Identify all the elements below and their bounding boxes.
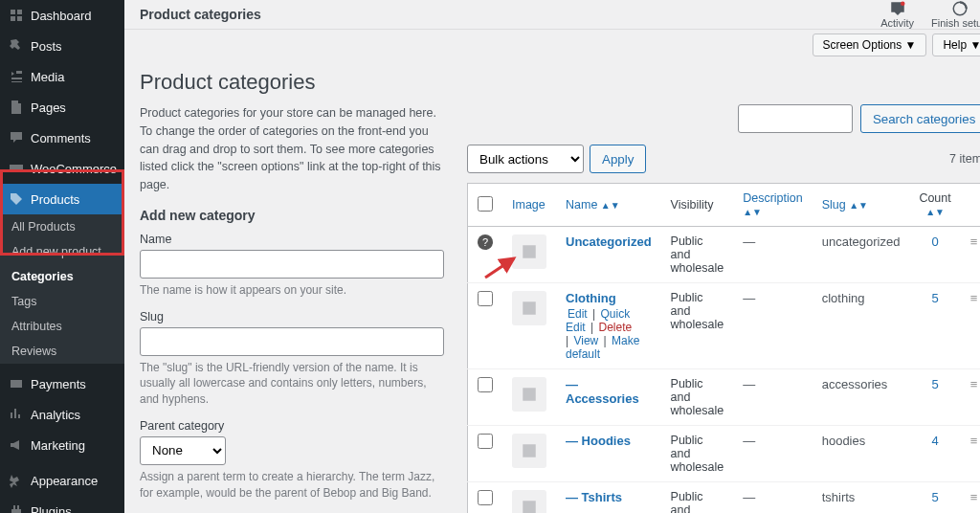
svg-point-6 bbox=[525, 304, 528, 307]
submenu-attributes[interactable]: Attributes bbox=[0, 314, 124, 339]
drag-handle[interactable]: ≡ bbox=[961, 283, 980, 369]
sidebar-item-label: Comments bbox=[31, 131, 91, 145]
thumbnail-placeholder bbox=[512, 234, 546, 269]
page-title: Product categories bbox=[140, 70, 980, 95]
category-name[interactable]: — Tshirts bbox=[566, 490, 622, 504]
image-icon bbox=[521, 499, 538, 513]
drag-handle[interactable]: ≡ bbox=[961, 426, 980, 482]
description-cell: — bbox=[733, 369, 813, 426]
slug-input[interactable] bbox=[140, 327, 444, 356]
media-icon bbox=[8, 69, 25, 84]
progress-icon bbox=[951, 0, 969, 17]
sidebar-item-posts[interactable]: Posts bbox=[0, 31, 124, 61]
svg-point-5 bbox=[525, 248, 528, 251]
table-column: Search categories Bulk actions Apply 7 i… bbox=[467, 104, 980, 513]
drag-handle[interactable]: ≡ bbox=[961, 227, 980, 283]
drag-handle[interactable]: ≡ bbox=[961, 482, 980, 514]
count-link[interactable]: 0 bbox=[931, 234, 938, 249]
col-description[interactable]: Description ▲▼ bbox=[733, 184, 813, 227]
col-count[interactable]: Count ▲▼ bbox=[909, 184, 960, 227]
category-name[interactable]: Clothing bbox=[566, 291, 616, 305]
help-icon[interactable]: ? bbox=[478, 234, 493, 250]
parent-label: Parent category bbox=[140, 419, 444, 433]
select-all-checkbox[interactable] bbox=[478, 196, 493, 212]
table-row: — AccessoriesPublic and wholesale—access… bbox=[468, 369, 981, 426]
sidebar-item-comments[interactable]: Comments bbox=[0, 123, 124, 153]
sidebar-item-plugins[interactable]: Plugins bbox=[0, 496, 124, 513]
sidebar-item-payments[interactable]: Payments bbox=[0, 368, 124, 399]
table-row: — HoodiesPublic and wholesale—hoodies4≡ bbox=[468, 426, 981, 482]
sidebar-item-dashboard[interactable]: Dashboard bbox=[0, 0, 124, 31]
table-row: ClothingEdit | Quick Edit | Delete| View… bbox=[468, 283, 981, 369]
row-checkbox[interactable] bbox=[478, 291, 493, 306]
table-row: ?UncategorizedPublic and wholesale—uncat… bbox=[468, 227, 981, 283]
col-visibility: Visibility bbox=[661, 184, 734, 227]
sidebar-item-label: Payments bbox=[31, 377, 86, 391]
product-icon bbox=[8, 191, 25, 207]
form-column: Product categories for your store can be… bbox=[140, 104, 444, 513]
col-slug[interactable]: Slug ▲▼ bbox=[813, 184, 910, 227]
name-label: Name bbox=[140, 233, 444, 246]
slug-cell: hoodies bbox=[813, 426, 910, 482]
sidebar-item-woocommerce[interactable]: WooCommerce bbox=[0, 153, 124, 184]
category-name[interactable]: — Hoodies bbox=[566, 434, 631, 448]
category-name[interactable]: Uncategorized bbox=[566, 234, 652, 249]
parent-hint: Assign a parent term to create a hierarc… bbox=[140, 469, 444, 502]
sidebar-item-pages[interactable]: Pages bbox=[0, 92, 124, 123]
screen-options-button[interactable]: Screen Options ▼ bbox=[813, 33, 927, 56]
delete-link[interactable]: Delete bbox=[596, 321, 634, 334]
sidebar-item-marketing[interactable]: Marketing bbox=[0, 430, 124, 460]
submenu-all-products[interactable]: All Products bbox=[0, 214, 124, 239]
categories-table: Image Name ▲▼ Visibility Description ▲▼ … bbox=[467, 183, 980, 513]
sidebar-item-label: Dashboard bbox=[31, 9, 92, 23]
description-cell: — bbox=[733, 426, 813, 482]
col-name[interactable]: Name ▲▼ bbox=[556, 184, 661, 227]
category-name[interactable]: — Accessories bbox=[566, 377, 639, 406]
analytics-icon bbox=[8, 407, 25, 422]
breadcrumb: Product categories bbox=[140, 7, 261, 22]
edit-link[interactable]: Edit bbox=[566, 307, 590, 321]
svg-point-9 bbox=[525, 503, 528, 506]
svg-point-0 bbox=[12, 195, 14, 197]
svg-point-3 bbox=[901, 2, 905, 7]
sidebar-item-label: Analytics bbox=[31, 408, 80, 422]
plugins-icon bbox=[8, 503, 25, 513]
activity-button[interactable]: Activity bbox=[880, 0, 914, 29]
sidebar-item-media[interactable]: Media bbox=[0, 61, 124, 92]
help-button[interactable]: Help ▼ bbox=[932, 33, 980, 56]
apply-button[interactable]: Apply bbox=[590, 145, 646, 173]
row-checkbox[interactable] bbox=[478, 434, 493, 449]
description-cell: — bbox=[733, 482, 813, 514]
finish-setup-button[interactable]: Finish setup bbox=[931, 0, 980, 29]
sidebar-item-products[interactable]: Products bbox=[0, 184, 124, 214]
bulk-select[interactable]: Bulk actions bbox=[467, 145, 584, 173]
row-checkbox[interactable] bbox=[478, 377, 493, 392]
appearance-icon bbox=[8, 473, 25, 488]
count-link[interactable]: 5 bbox=[931, 490, 938, 504]
sidebar-item-label: Posts bbox=[31, 39, 62, 54]
submenu-tags[interactable]: Tags bbox=[0, 289, 124, 314]
submenu-add-new-product[interactable]: Add new product bbox=[0, 239, 124, 264]
count-link[interactable]: 4 bbox=[931, 434, 938, 448]
visibility-cell: Public and wholesale bbox=[661, 227, 734, 283]
screen-meta: Screen Options ▼ Help ▼ bbox=[124, 30, 980, 60]
search-input[interactable] bbox=[738, 104, 853, 133]
drag-handle[interactable]: ≡ bbox=[961, 369, 980, 426]
page-icon bbox=[8, 100, 25, 115]
count-link[interactable]: 5 bbox=[931, 377, 938, 391]
thumbnail-placeholder bbox=[512, 377, 546, 412]
submenu-categories[interactable]: Categories bbox=[0, 264, 124, 289]
image-icon bbox=[521, 442, 538, 459]
slug-cell: uncategorized bbox=[813, 227, 910, 283]
count-link[interactable]: 5 bbox=[931, 291, 938, 305]
sidebar-item-analytics[interactable]: Analytics bbox=[0, 399, 124, 430]
view-link[interactable]: View bbox=[571, 334, 600, 347]
parent-select[interactable]: None bbox=[140, 436, 226, 465]
description-cell: — bbox=[733, 227, 813, 283]
row-checkbox[interactable] bbox=[478, 490, 493, 505]
sidebar-item-appearance[interactable]: Appearance bbox=[0, 465, 124, 496]
visibility-cell: Public and wholesale bbox=[661, 426, 734, 482]
search-button[interactable]: Search categories bbox=[860, 104, 980, 133]
name-input[interactable] bbox=[140, 250, 444, 279]
submenu-reviews[interactable]: Reviews bbox=[0, 339, 124, 364]
